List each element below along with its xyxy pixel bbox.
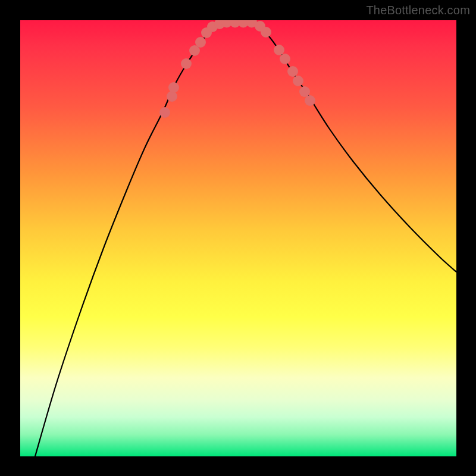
marker-dot	[195, 37, 206, 48]
marker-dot	[181, 58, 192, 69]
marker-dot	[168, 82, 179, 93]
marker-dot	[305, 95, 315, 106]
marker-dot	[293, 76, 303, 86]
marker-dot	[299, 86, 310, 97]
marker-dot	[159, 107, 170, 118]
chart-svg	[20, 20, 456, 456]
marker-dot	[167, 91, 177, 102]
marker-dot	[261, 27, 271, 37]
marker-dot	[274, 45, 284, 55]
marker-dot	[287, 66, 298, 77]
marker-dot	[280, 54, 290, 64]
left-curve	[35, 23, 224, 456]
chart-frame	[20, 20, 456, 456]
watermark-label: TheBottleneck.com	[366, 4, 470, 17]
